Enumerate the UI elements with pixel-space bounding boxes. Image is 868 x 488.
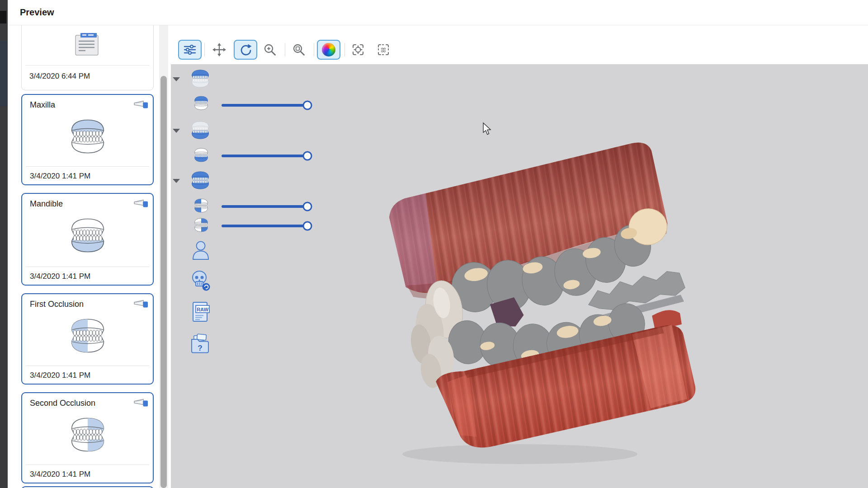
card-date: 3/4/2020 1:41 PM [30, 366, 90, 385]
opacity-slider-first-occlusion[interactable] [222, 205, 307, 208]
move-arrows-icon [212, 43, 226, 56]
fit-to-view-button[interactable] [346, 40, 370, 60]
slider-track [222, 205, 307, 208]
slider-handle[interactable] [303, 202, 312, 211]
rotate-button[interactable] [234, 40, 257, 60]
slider-handle[interactable] [303, 151, 312, 161]
tree-group-mandible-icon[interactable] [190, 120, 211, 140]
viewer-toolbar [168, 25, 868, 65]
scan-region-icon [377, 43, 390, 56]
jaws-thumbnail-second-occlusion [68, 416, 108, 454]
scanner-icon [134, 299, 148, 310]
app-window: Preview 3/4/2020 6:44 PM Maxilla [0, 0, 868, 488]
patient-photo-icon[interactable] [192, 240, 210, 261]
scanner-icon [134, 198, 148, 209]
scan-card-first-occlusion[interactable]: First Occlusion 3/4/2020 1:41 PM [21, 293, 154, 385]
scanner-icon [134, 99, 148, 110]
scan-card-form[interactable]: 3/4/2020 6:44 PM [21, 25, 154, 90]
jaws-thumbnail-first-occlusion [68, 317, 108, 355]
slider-track [222, 104, 307, 107]
card-divider [26, 166, 149, 167]
display-settings-button[interactable] [178, 40, 202, 60]
slider-track [222, 155, 307, 157]
opacity-slider-mandible[interactable] [222, 155, 307, 157]
tree-item-second-occlusion-icon[interactable] [193, 217, 209, 233]
tree-item-first-occlusion-icon[interactable] [193, 198, 209, 213]
mouse-cursor [482, 122, 492, 136]
card-date: 3/4/2020 1:41 PM [30, 465, 90, 483]
slider-track [222, 225, 307, 227]
color-sphere-icon [322, 43, 335, 56]
slider-handle[interactable] [303, 101, 312, 110]
toolbar-separator [285, 43, 285, 56]
card-title: Mandible [30, 199, 63, 209]
help-glyph: ? [198, 344, 202, 352]
rotate-icon [239, 43, 252, 56]
card-date: 3/4/2020 6:44 PM [29, 67, 90, 85]
jaws-thumbnail-maxilla [68, 117, 108, 155]
card-divider [26, 465, 149, 465]
tree-expander-occlusion[interactable] [173, 179, 180, 183]
toolbar-separator [344, 43, 345, 56]
scan-list-sidebar: 3/4/2020 6:44 PM Maxilla 3/4/2020 1:41 P… [8, 25, 163, 488]
scan-card-partial[interactable] [21, 486, 154, 488]
raw-label: RAW [197, 307, 208, 312]
jaws-thumbnail-mandible [68, 216, 108, 254]
tree-item-maxilla-scan-icon[interactable] [193, 95, 209, 111]
zoom-in-icon [263, 43, 277, 56]
color-texture-button[interactable] [317, 40, 340, 60]
tree-group-maxilla-icon[interactable] [190, 69, 211, 89]
dock-block-dark [0, 11, 6, 23]
opacity-slider-second-occlusion[interactable] [222, 225, 307, 227]
toolbar-separator [314, 43, 314, 56]
sliders-icon [183, 43, 197, 56]
pan-button[interactable] [208, 40, 231, 60]
opacity-slider-maxilla[interactable] [222, 104, 307, 107]
form-note-icon [74, 33, 101, 57]
title-bar: Preview [8, 0, 868, 25]
zoom-window-icon [292, 43, 306, 56]
tree-group-occlusion-icon[interactable] [190, 170, 211, 190]
dock-block-navy [0, 41, 8, 106]
tree-item-mandible-scan-icon[interactable] [193, 147, 209, 163]
help-data-icon[interactable]: ? [190, 332, 211, 355]
zoom-in-button[interactable] [258, 40, 282, 60]
card-divider [26, 267, 149, 267]
sidebar-scrollbar-thumb[interactable] [160, 76, 167, 488]
card-title: Second Occlusion [30, 399, 95, 408]
fit-view-icon [351, 43, 365, 56]
toolbar-separator [204, 43, 205, 56]
tree-expander-mandible[interactable] [173, 129, 180, 133]
card-divider [25, 65, 150, 66]
card-divider [26, 366, 149, 366]
scanner-icon [134, 398, 148, 408]
scan-card-mandible[interactable]: Mandible 3/4/2020 1:41 PM [21, 193, 154, 286]
zoom-window-button[interactable] [287, 40, 311, 60]
scan-data-view-button[interactable] [372, 40, 395, 60]
left-dock-strip [0, 0, 8, 488]
scan-card-second-occlusion[interactable]: Second Occlusion 3/4/2020 1:41 PM [21, 392, 154, 483]
raw-data-icon[interactable]: RAW [192, 301, 211, 324]
slider-handle[interactable] [303, 221, 312, 231]
card-date: 3/4/2020 1:41 PM [30, 167, 90, 185]
skull-alignment-icon[interactable] [190, 270, 211, 291]
card-date: 3/4/2020 1:41 PM [30, 267, 90, 286]
page-title: Preview [20, 0, 54, 25]
tree-expander-maxilla[interactable] [173, 77, 180, 81]
card-title: First Occlusion [30, 300, 84, 309]
3d-dental-model [171, 64, 868, 488]
card-title: Maxilla [30, 100, 55, 110]
scan-card-maxilla[interactable]: Maxilla 3/4/2020 1:41 PM [21, 94, 154, 185]
